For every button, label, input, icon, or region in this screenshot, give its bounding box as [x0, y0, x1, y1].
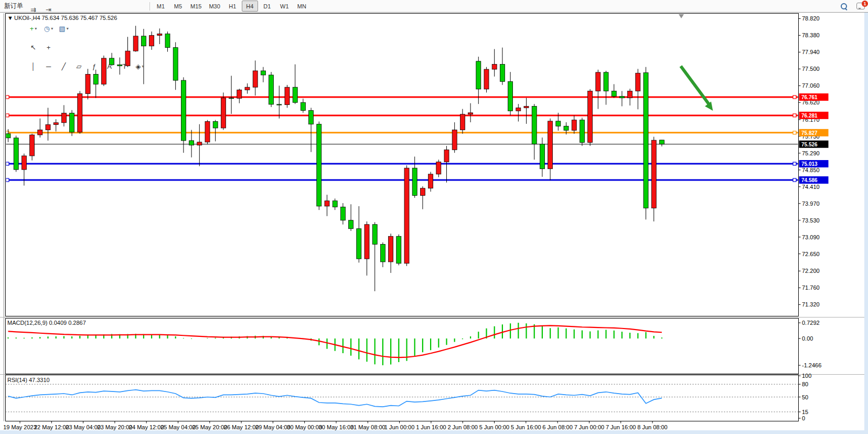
add-indicator-icon: +: [30, 25, 34, 32]
macd-axis-label: 0.7292: [802, 320, 820, 326]
price-axis-label: 74.410: [802, 184, 820, 190]
vertical-line-button[interactable]: │: [26, 61, 40, 72]
time-axis-label: 23 May 20:00: [98, 424, 133, 430]
window-bottom-edge: [0, 430, 868, 434]
auto-scroll-icon: ⇉: [30, 6, 36, 13]
auto-scroll-button[interactable]: ⇉: [26, 4, 40, 15]
price-axis-label: 71.320: [802, 301, 820, 308]
toolbar-group-6: │─╱▱ƒAT◈▾: [26, 61, 147, 72]
svg-text:74.586: 74.586: [801, 177, 818, 183]
price-axis-label: 73.530: [802, 217, 820, 224]
symbol-dropdown-icon[interactable]: ▼: [7, 15, 13, 21]
price-axis-label: 73.090: [802, 234, 820, 240]
toolbar-group-order: 新订单: [0, 1, 26, 12]
template-icon: ▧: [59, 25, 65, 32]
macd-axis-label: 0.00: [802, 335, 813, 342]
time-axis-label: 5 Jun 00:00: [479, 424, 510, 430]
shapes-button[interactable]: ◈▾: [133, 61, 147, 72]
time-axis-label: 22 May 12:00: [34, 424, 69, 430]
price-axis-label: 78.380: [802, 32, 820, 38]
time-axis-label: 8 Jun 08:00: [637, 424, 668, 430]
channel-button[interactable]: ▱: [72, 61, 86, 72]
label-button[interactable]: T: [117, 61, 132, 72]
cursor-icon: ↖: [30, 44, 36, 51]
cursor-button[interactable]: ↖: [26, 42, 40, 53]
add-indicator-button[interactable]: +▾: [26, 23, 40, 34]
new-order-button[interactable]: 新订单: [1, 1, 25, 12]
chevron-down-icon: ▾: [142, 64, 144, 69]
timeframe-H1[interactable]: H1: [224, 1, 241, 12]
fibonacci-icon: ƒ: [92, 63, 96, 70]
time-axis-label: 23 May 04:00: [66, 424, 101, 430]
time-axis-label: 25 May 04:00: [160, 424, 196, 430]
rsi-label: RSI(14) 47.3310: [7, 377, 50, 383]
channel-icon: ▱: [77, 63, 82, 70]
price-tag-76.281: 76.281: [799, 112, 829, 119]
price-axis-label: 72.200: [802, 268, 820, 274]
time-axis-label: 2 Jun 08:00: [447, 424, 478, 430]
timeframe-M5[interactable]: M5: [170, 1, 186, 12]
new-order-label: 新订单: [4, 2, 23, 10]
price-tag-75.827: 75.827: [799, 129, 829, 136]
time-axis[interactable]: 19 May 202322 May 12:0023 May 04:0023 Ma…: [3, 421, 668, 430]
rsi-axis-label: 15: [802, 409, 808, 415]
timeframe-H4[interactable]: H4: [242, 1, 258, 12]
text-button[interactable]: A: [102, 61, 116, 72]
time-axis-label: 26 May 12:00: [224, 424, 259, 430]
macd-axis-label: -1.2466: [802, 362, 821, 368]
panel-frames: [4, 14, 799, 421]
crosshair-button[interactable]: +: [41, 42, 56, 53]
toolbar-separator: [149, 2, 150, 10]
period-button[interactable]: ◷▾: [41, 23, 56, 34]
svg-text:75.013: 75.013: [801, 161, 818, 167]
search-icon: [840, 3, 848, 10]
time-axis-label: 25 May 20:00: [192, 424, 227, 430]
price-axis-label: 75.290: [802, 150, 820, 156]
chart-window: 78.82078.38077.94077.50077.06076.62076.1…: [0, 13, 868, 434]
toolbar-group-5: ↖+: [26, 42, 147, 54]
vertical-line-icon: │: [31, 63, 35, 70]
price-chart: 78.82078.38077.94077.50077.06076.62076.1…: [0, 13, 868, 434]
time-axis-label: 30 May 00:00: [287, 424, 322, 430]
toolbar-right-cluster: 1: [836, 1, 865, 12]
timeframe-M30[interactable]: M30: [206, 1, 223, 12]
fibonacci-button[interactable]: ƒ: [87, 61, 101, 72]
chart-shift-button[interactable]: ⇥: [41, 4, 56, 15]
svg-text:76.761: 76.761: [801, 94, 818, 100]
search-button[interactable]: [837, 1, 851, 12]
toolbar-group-3: ⇉⇥: [26, 4, 147, 16]
label-icon: T: [123, 63, 127, 70]
template-button[interactable]: ▧▾: [57, 23, 71, 34]
text-icon: A: [107, 63, 112, 70]
price-tag-76.761: 76.761: [799, 93, 829, 101]
time-axis-label: 30 May 16:00: [319, 424, 354, 430]
trendline-icon: ╱: [62, 63, 66, 70]
period-icon: ◷: [44, 25, 50, 32]
notification-badge: 1: [862, 1, 868, 7]
timeframe-M1[interactable]: M1: [153, 1, 169, 12]
timeframe-group: M1M5M15M30H1H4D1W1MN: [152, 1, 310, 12]
time-axis-label: 7 Jun 16:00: [606, 424, 636, 430]
price-axis[interactable]: 78.82078.38077.94077.50077.06076.62076.1…: [799, 15, 829, 421]
price-tag-74.586: 74.586: [799, 176, 829, 184]
shapes-icon: ◈: [135, 63, 141, 70]
chevron-down-icon: ▾: [35, 26, 37, 31]
timeframe-W1[interactable]: W1: [276, 1, 293, 12]
timeframe-D1[interactable]: D1: [259, 1, 275, 12]
svg-text:75.827: 75.827: [801, 130, 818, 136]
price-axis-label: 77.940: [802, 49, 820, 55]
rsi-axis-label: 0: [802, 415, 805, 421]
notifications-icon[interactable]: 1: [856, 3, 865, 9]
window-right-edge: [864, 13, 868, 434]
time-axis-label: 19 May 2023: [3, 424, 37, 430]
price-tag-75.526: 75.526: [799, 141, 829, 148]
trendline-button[interactable]: ╱: [57, 61, 71, 72]
time-axis-label: 29 May 04:00: [255, 424, 291, 430]
timeframe-M15[interactable]: M15: [187, 1, 205, 12]
horizontal-line-icon: ─: [46, 63, 51, 70]
timeframe-MN[interactable]: MN: [294, 1, 310, 12]
horizontal-line-button[interactable]: ─: [41, 61, 56, 72]
price-axis-label: 74.850: [802, 167, 820, 173]
price-axis-label: 77.500: [802, 66, 820, 72]
main-toolbar: 新订单 ◆▣◉▶自动交易║▮∿⊕⊖▦⇉⇥+▾◷▾▧▾↖+│─╱▱ƒAT◈▾ M1…: [0, 0, 868, 13]
